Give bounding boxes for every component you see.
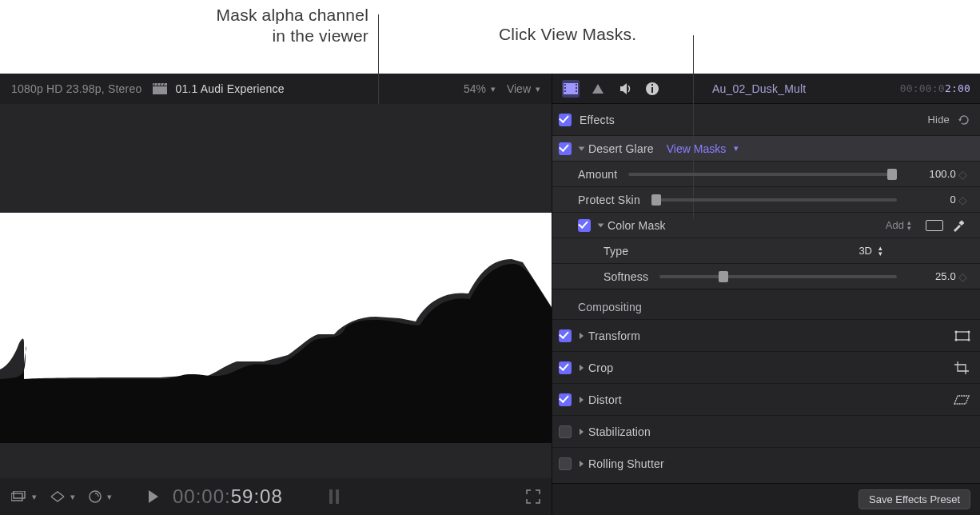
disclosure-triangle-icon[interactable] bbox=[580, 365, 584, 371]
clapper-icon bbox=[153, 83, 167, 94]
chevron-down-icon: ▾ bbox=[491, 84, 496, 94]
softness-label: Softness bbox=[559, 270, 648, 283]
color-mask-add-menu[interactable]: Add ▴▾ bbox=[886, 219, 911, 231]
clip-appearance-menu[interactable]: ▾ bbox=[11, 491, 37, 502]
keyframe-icon[interactable]: ◇ bbox=[956, 194, 970, 206]
clip-timecode: 00:00:02:00 bbox=[900, 82, 970, 94]
svg-rect-25 bbox=[564, 87, 566, 89]
inspector-footer: Save Effects Preset bbox=[552, 483, 980, 515]
crop-icon[interactable] bbox=[954, 361, 970, 374]
viewer-pane: 1080p HD 23.98p, Stereo 01.1 Audi Experi… bbox=[0, 74, 552, 515]
clip-name: Au_02_Dusk_Mult bbox=[712, 82, 806, 95]
svg-marker-34 bbox=[958, 119, 962, 122]
svg-rect-27 bbox=[576, 84, 577, 86]
effect-desert-glare-row[interactable]: Desert Glare View Masks ▾ bbox=[552, 136, 980, 162]
fullscreen-button[interactable] bbox=[526, 489, 540, 504]
info-inspector-tab[interactable] bbox=[643, 80, 661, 98]
effects-menu[interactable]: ▾ bbox=[50, 490, 75, 503]
svg-rect-29 bbox=[576, 90, 577, 92]
disclosure-triangle-icon[interactable] bbox=[579, 146, 585, 150]
svg-rect-26 bbox=[564, 90, 566, 92]
viewer-canvas[interactable] bbox=[0, 104, 552, 478]
param-amount-label: Amount bbox=[559, 168, 617, 181]
play-button[interactable] bbox=[149, 490, 160, 503]
protect-skin-slider[interactable] bbox=[651, 198, 897, 202]
chevron-down-icon: ▾ bbox=[536, 84, 540, 94]
type-label: Type bbox=[559, 245, 628, 258]
zoom-menu[interactable]: 54%▾ bbox=[464, 82, 496, 95]
distort-row[interactable]: Distort bbox=[552, 384, 980, 416]
stabilization-row[interactable]: Stabilization bbox=[552, 416, 980, 448]
timecode-display[interactable]: 00:00:59:08 bbox=[173, 485, 283, 508]
clip-format-label: 1080p HD 23.98p, Stereo bbox=[11, 82, 141, 95]
transform-checkbox[interactable] bbox=[559, 329, 572, 342]
hide-effects-button[interactable]: Hide bbox=[927, 114, 950, 126]
zoom-value: 54% bbox=[464, 82, 486, 95]
mask-view-button[interactable] bbox=[926, 220, 943, 231]
crop-checkbox[interactable] bbox=[559, 361, 572, 374]
stabilization-checkbox[interactable] bbox=[559, 425, 572, 438]
viewer-bottom-bar: ▾ ▾ ▾ 00:00:59:08 bbox=[0, 478, 552, 515]
retime-menu[interactable]: ▾ bbox=[88, 489, 112, 504]
timecode-main: 59:08 bbox=[231, 485, 283, 507]
effects-header-label: Effects bbox=[580, 114, 615, 126]
eyedropper-button[interactable] bbox=[951, 218, 966, 233]
timecode-prefix: 00:00: bbox=[173, 485, 231, 507]
color-inspector-tab[interactable] bbox=[589, 80, 607, 98]
svg-rect-21 bbox=[329, 489, 333, 504]
softness-value[interactable]: 25.0 bbox=[908, 270, 956, 282]
disclosure-triangle-icon[interactable] bbox=[580, 429, 584, 435]
compositing-header-row: Compositing bbox=[552, 294, 980, 320]
up-down-icon: ▴▾ bbox=[907, 220, 911, 231]
svg-rect-18 bbox=[14, 491, 25, 498]
view-masks-menu[interactable]: View Masks ▾ bbox=[667, 142, 739, 155]
compositing-label: Compositing bbox=[559, 301, 642, 313]
stabilization-label: Stabilization bbox=[588, 425, 651, 438]
distort-icon[interactable] bbox=[953, 394, 970, 405]
disclosure-triangle-icon[interactable] bbox=[580, 461, 584, 467]
chevron-down-icon: ▾ bbox=[70, 492, 75, 502]
annotation-area: Mask alpha channelin the viewer Click Vi… bbox=[0, 0, 980, 74]
keyframe-icon[interactable]: ◇ bbox=[956, 270, 970, 283]
effects-header-row: Effects Hide bbox=[552, 104, 980, 136]
keyframe-icon[interactable]: ◇ bbox=[956, 168, 970, 181]
svg-marker-41 bbox=[954, 396, 969, 404]
crop-label: Crop bbox=[588, 361, 613, 374]
svg-point-38 bbox=[968, 330, 970, 333]
crop-row[interactable]: Crop bbox=[552, 352, 980, 384]
param-color-mask-row: Color Mask Add ▴▾ bbox=[552, 213, 980, 238]
type-menu[interactable]: 3D ▴▾ bbox=[858, 245, 882, 257]
amount-value[interactable]: 100.0 bbox=[908, 168, 956, 180]
effect-name-label: Desert Glare bbox=[588, 142, 654, 155]
svg-point-37 bbox=[955, 330, 958, 333]
color-mask-checkbox[interactable] bbox=[578, 219, 591, 232]
amount-slider[interactable] bbox=[628, 173, 897, 176]
desert-glare-checkbox[interactable] bbox=[559, 142, 572, 155]
transform-row[interactable]: Transform bbox=[552, 320, 980, 352]
annotation-left: Mask alpha channelin the viewer bbox=[165, 5, 368, 47]
project-title: 01.1 Audi Experience bbox=[153, 82, 284, 95]
video-inspector-tab[interactable] bbox=[562, 80, 580, 98]
disclosure-triangle-icon[interactable] bbox=[598, 223, 604, 227]
type-value: 3D bbox=[858, 245, 872, 257]
view-menu[interactable]: View▾ bbox=[507, 82, 540, 95]
disclosure-triangle-icon[interactable] bbox=[580, 333, 584, 339]
annotation-right: Click View Masks. bbox=[499, 24, 691, 45]
save-effects-preset-button[interactable]: Save Effects Preset bbox=[858, 489, 970, 509]
disclosure-triangle-icon[interactable] bbox=[580, 397, 584, 403]
inspector-pane: Au_02_Dusk_Mult 00:00:02:00 Effects Hide… bbox=[552, 74, 980, 515]
svg-rect-24 bbox=[564, 84, 566, 86]
softness-slider[interactable] bbox=[659, 275, 897, 278]
rolling-shutter-row[interactable]: Rolling Shutter bbox=[552, 448, 980, 480]
rolling-shutter-checkbox[interactable] bbox=[559, 457, 572, 470]
reset-icon[interactable] bbox=[958, 114, 970, 126]
distort-checkbox[interactable] bbox=[559, 393, 572, 406]
mask-alpha-preview bbox=[0, 139, 552, 443]
protect-skin-value[interactable]: 0 bbox=[908, 194, 956, 206]
audio-inspector-tab[interactable] bbox=[616, 80, 634, 98]
chevron-down-icon: ▾ bbox=[734, 143, 739, 154]
chevron-down-icon: ▾ bbox=[32, 492, 37, 502]
effects-checkbox[interactable] bbox=[559, 114, 572, 126]
transform-icon[interactable] bbox=[954, 330, 970, 341]
svg-point-40 bbox=[968, 338, 970, 341]
